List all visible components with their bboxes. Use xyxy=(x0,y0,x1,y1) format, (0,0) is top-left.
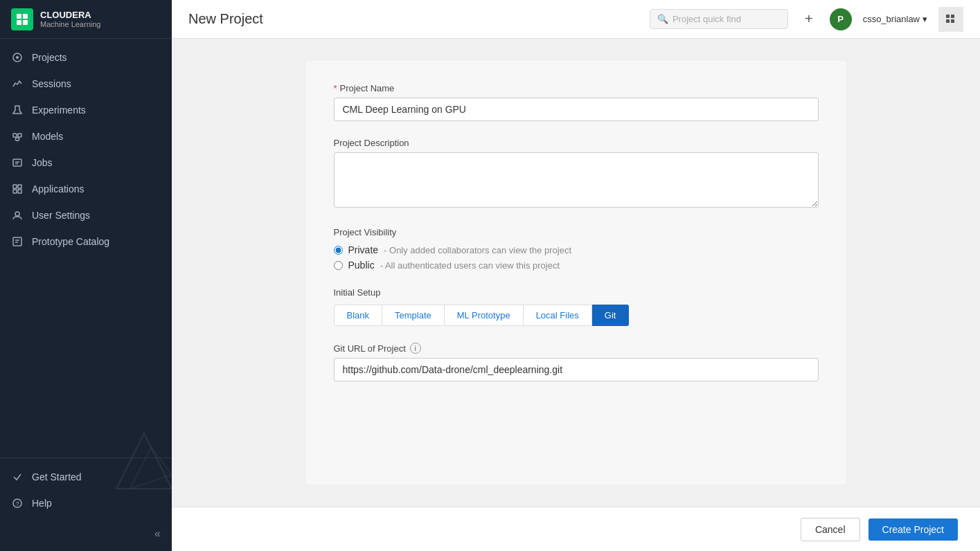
sessions-icon xyxy=(11,78,24,90)
svg-rect-12 xyxy=(13,185,17,188)
applications-icon xyxy=(11,183,24,195)
user-menu[interactable]: csso_brianlaw ▾ xyxy=(863,14,927,24)
search-icon: 🔍 xyxy=(657,14,668,24)
svg-rect-6 xyxy=(13,134,17,137)
sidebar-item-user-settings[interactable]: User Settings xyxy=(0,202,172,228)
git-url-label: Git URL of Project i xyxy=(334,343,819,354)
tab-git[interactable]: Git xyxy=(592,305,630,326)
svg-rect-22 xyxy=(946,15,950,18)
svg-point-5 xyxy=(16,56,19,59)
visibility-public-radio[interactable] xyxy=(334,261,343,270)
sidebar-item-get-started[interactable]: Get Started xyxy=(0,464,172,490)
sidebar-item-models[interactable]: Models xyxy=(0,123,172,150)
visibility-private-radio[interactable] xyxy=(334,246,343,255)
sidebar-item-experiments[interactable]: Experiments xyxy=(0,97,172,123)
svg-rect-2 xyxy=(17,20,21,25)
models-icon xyxy=(11,130,24,143)
project-name-label: * Project Name xyxy=(334,83,819,93)
svg-rect-3 xyxy=(23,20,28,25)
svg-rect-13 xyxy=(18,185,21,188)
prototype-catalog-icon xyxy=(11,235,24,248)
sidebar-item-label: Models xyxy=(32,131,63,142)
git-url-input[interactable] xyxy=(334,358,819,381)
svg-rect-23 xyxy=(951,15,954,18)
tab-blank[interactable]: Blank xyxy=(334,305,383,326)
svg-rect-24 xyxy=(946,19,950,23)
grid-icon[interactable] xyxy=(938,7,963,32)
project-desc-label: Project Description xyxy=(334,138,819,148)
visibility-public-label: Public xyxy=(348,260,375,271)
add-button[interactable]: + xyxy=(799,8,819,30)
project-desc-group: Project Description xyxy=(334,138,819,210)
visibility-public-option[interactable]: Public - All authenticated users can vie… xyxy=(334,260,819,271)
footer: Cancel Create Project xyxy=(172,507,980,551)
sidebar-item-label: Sessions xyxy=(32,78,71,89)
tab-template[interactable]: Template xyxy=(382,305,445,326)
user-settings-icon xyxy=(11,209,24,222)
sidebar-nav: Projects Sessions Experiments xyxy=(0,39,172,458)
sidebar-item-prototype-catalog[interactable]: Prototype Catalog xyxy=(0,228,172,255)
initial-setup-label: Initial Setup xyxy=(334,287,819,298)
page-title: New Project xyxy=(188,11,639,27)
tab-local-files[interactable]: Local Files xyxy=(524,305,592,326)
create-project-button[interactable]: Create Project xyxy=(868,518,958,541)
collapse-icon[interactable]: « xyxy=(154,527,161,540)
main-area: New Project 🔍 + P csso_brianlaw ▾ * xyxy=(172,0,980,551)
svg-rect-9 xyxy=(13,159,21,166)
sidebar-item-applications[interactable]: Applications xyxy=(0,176,172,202)
svg-text:?: ? xyxy=(16,500,19,507)
avatar: P xyxy=(830,8,852,30)
sidebar-item-label: User Settings xyxy=(32,210,90,221)
svg-rect-14 xyxy=(13,190,17,193)
svg-rect-7 xyxy=(18,134,21,137)
svg-rect-1 xyxy=(23,14,28,19)
sidebar-bottom: Get Started ? Help xyxy=(0,458,172,522)
sidebar-item-jobs[interactable]: Jobs xyxy=(0,150,172,176)
svg-rect-17 xyxy=(13,237,21,246)
svg-rect-0 xyxy=(17,14,21,19)
cancel-button[interactable]: Cancel xyxy=(801,518,860,541)
search-bar[interactable]: 🔍 xyxy=(650,9,788,29)
content-area: * Project Name Project Description Proje… xyxy=(172,39,980,507)
cloudera-logo-icon xyxy=(11,8,33,30)
experiments-icon xyxy=(11,104,24,116)
brand-sub: Machine Learning xyxy=(40,20,100,28)
search-input[interactable] xyxy=(672,14,781,24)
info-icon[interactable]: i xyxy=(410,343,421,354)
sidebar-item-help[interactable]: ? Help xyxy=(0,490,172,516)
sidebar-item-label: Prototype Catalog xyxy=(32,236,109,247)
visibility-label: Project Visibility xyxy=(334,227,819,237)
svg-rect-25 xyxy=(951,19,954,23)
get-started-icon xyxy=(11,471,24,483)
project-name-input[interactable] xyxy=(334,98,819,121)
required-indicator: * xyxy=(334,83,337,93)
sidebar-item-label: Projects xyxy=(32,52,67,63)
sidebar-item-sessions[interactable]: Sessions xyxy=(0,71,172,97)
sidebar-item-projects[interactable]: Projects xyxy=(0,44,172,71)
help-icon: ? xyxy=(11,497,24,509)
sidebar-collapse-btn[interactable]: « xyxy=(0,522,172,551)
jobs-icon xyxy=(11,156,24,169)
sidebar-item-label: Applications xyxy=(32,183,84,195)
visibility-private-label: Private xyxy=(348,244,379,255)
visibility-section: Project Visibility Private - Only added … xyxy=(334,227,819,271)
sidebar-item-label: Help xyxy=(32,498,52,509)
svg-point-16 xyxy=(15,212,19,216)
initial-setup-section: Initial Setup Blank Template ML Prototyp… xyxy=(334,287,819,381)
visibility-private-option[interactable]: Private - Only added collaborators can v… xyxy=(334,244,819,255)
projects-icon xyxy=(11,51,24,64)
project-desc-input[interactable] xyxy=(334,152,819,208)
sidebar-item-label: Get Started xyxy=(32,471,82,482)
chevron-down-icon: ▾ xyxy=(923,14,927,24)
svg-rect-8 xyxy=(16,138,19,141)
sidebar: CLOUDERA Machine Learning Projects Sessi… xyxy=(0,0,172,551)
new-project-form: * Project Name Project Description Proje… xyxy=(306,61,846,485)
header: New Project 🔍 + P csso_brianlaw ▾ xyxy=(172,0,980,39)
sidebar-item-label: Experiments xyxy=(32,105,86,116)
brand-name: CLOUDERA xyxy=(40,10,100,21)
visibility-private-desc: - Only added collaborators can view the … xyxy=(384,245,571,255)
sidebar-item-label: Jobs xyxy=(32,157,53,168)
svg-rect-15 xyxy=(18,190,21,193)
tab-ml-prototype[interactable]: ML Prototype xyxy=(445,305,524,326)
visibility-public-desc: - All authenticated users can view this … xyxy=(380,260,560,271)
